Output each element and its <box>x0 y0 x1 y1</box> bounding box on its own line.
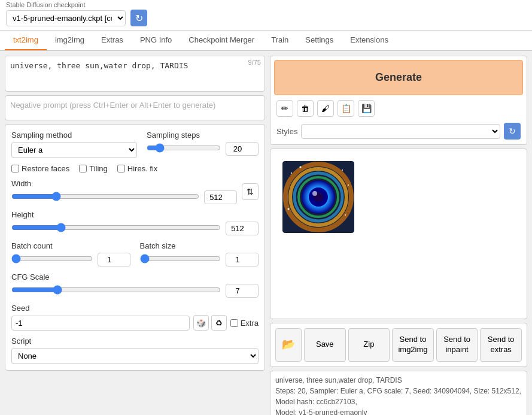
svg-point-10 <box>291 172 292 174</box>
paintbucket-icon-button[interactable]: 🖌 <box>317 100 334 117</box>
svg-point-12 <box>342 169 343 171</box>
seed-section: Seed 🎲 ♻ Extra <box>11 304 259 331</box>
generated-image <box>282 161 354 233</box>
image-info-params: Steps: 20, Sampler: Euler a, CFG scale: … <box>275 386 522 407</box>
svg-point-14 <box>288 208 290 210</box>
seed-input[interactable] <box>11 316 190 331</box>
image-info-model: Model: v1-5-pruned-emaonly <box>275 407 522 415</box>
top-bar: Stable Diffusion checkpoint v1-5-pruned-… <box>0 0 532 31</box>
generate-button[interactable]: Generate <box>274 60 523 95</box>
batch-count-slider[interactable] <box>11 254 93 263</box>
save-button[interactable]: Save <box>304 328 346 362</box>
generate-area: Generate ✏ 🗑 🖌 📋 💾 Styles ↻ <box>270 56 527 145</box>
sampling-method-select[interactable]: Euler a <box>11 142 137 158</box>
width-slider[interactable] <box>11 192 199 201</box>
open-folder-button[interactable]: 📂 <box>275 328 302 362</box>
prompt-box: 9/75 <box>5 56 265 92</box>
cfg-scale-slider[interactable] <box>11 285 221 295</box>
height-input[interactable] <box>226 222 259 235</box>
tab-bar: txt2img img2img Extras PNG Info Checkpoi… <box>0 31 532 51</box>
clipboard-icon-button[interactable]: 📋 <box>338 100 354 117</box>
cfg-scale-row: CFG Scale <box>11 272 259 298</box>
batch-size-input[interactable] <box>226 253 259 266</box>
negative-prompt-box[interactable]: Negative prompt (press Ctrl+Enter or Alt… <box>5 95 265 120</box>
styles-row: Styles ↻ <box>274 122 523 141</box>
tab-extensions[interactable]: Extensions <box>342 31 397 50</box>
negative-prompt-placeholder: Negative prompt (press Ctrl+Enter or Alt… <box>10 101 215 110</box>
svg-point-11 <box>300 166 302 168</box>
svg-point-13 <box>348 184 349 186</box>
height-row: Height <box>11 210 259 235</box>
script-section: Script None <box>11 337 259 364</box>
tiling-checkbox[interactable]: Tiling <box>79 164 108 173</box>
cfg-scale-input[interactable] <box>226 284 259 298</box>
image-output-area <box>270 149 527 319</box>
tab-checkpoint-merger[interactable]: Checkpoint Merger <box>180 31 263 50</box>
tab-extras[interactable]: Extras <box>93 31 132 50</box>
height-slider[interactable] <box>11 223 221 232</box>
sampling-steps-label: Sampling steps <box>147 131 259 140</box>
tab-settings[interactable]: Settings <box>297 31 342 50</box>
hires-fix-checkbox[interactable]: Hires. fix <box>117 164 158 173</box>
checkpoint-label: Stable Diffusion checkpoint <box>6 1 86 8</box>
svg-point-15 <box>345 214 346 216</box>
extra-checkbox[interactable]: Extra <box>230 319 259 328</box>
script-select[interactable]: None <box>11 348 259 364</box>
seed-label: Seed <box>11 304 259 313</box>
checkboxes-row: Restore faces Tiling Hires. fix <box>11 164 259 173</box>
image-info-prompt: universe, three sun,water drop, TARDIS <box>275 375 522 386</box>
bottom-buttons: 📂 Save Zip Send to img2img Send to inpai… <box>270 323 527 367</box>
send-to-extras-button[interactable]: Send to extras <box>480 328 522 362</box>
batch-size-slider[interactable] <box>140 254 221 263</box>
controls-section: Sampling method Euler a Sampling steps <box>5 124 265 371</box>
styles-select[interactable] <box>301 124 500 139</box>
zip-button[interactable]: Zip <box>348 328 390 362</box>
tab-txt2img[interactable]: txt2img <box>5 31 47 50</box>
styles-refresh-button[interactable]: ↻ <box>504 123 521 140</box>
height-label: Height <box>11 210 259 219</box>
batch-size-label: Batch size <box>140 241 259 250</box>
edit-icon-button[interactable]: ✏ <box>276 100 293 117</box>
sampling-steps-slider[interactable] <box>147 143 221 153</box>
checkpoint-select[interactable]: v1-5-pruned-emaonly.ckpt [cc6cb27103] <box>6 10 126 26</box>
prompt-input[interactable] <box>5 56 265 89</box>
restore-faces-checkbox[interactable]: Restore faces <box>11 164 69 173</box>
sampling-method-label: Sampling method <box>11 131 137 140</box>
width-input[interactable] <box>204 190 237 204</box>
image-info-box: universe, three sun,water drop, TARDIS S… <box>270 371 527 415</box>
batch-count-input[interactable] <box>98 253 130 266</box>
prompt-counter: 9/75 <box>248 59 261 66</box>
action-icons: ✏ 🗑 🖌 📋 💾 <box>274 99 523 118</box>
seed-recycle-button[interactable]: ♻ <box>211 315 227 331</box>
script-label: Script <box>11 337 259 346</box>
styles-label: Styles <box>276 127 297 136</box>
refresh-checkpoint-button[interactable]: ↻ <box>130 10 147 26</box>
svg-point-9 <box>312 191 317 196</box>
seed-dice-button[interactable]: 🎲 <box>193 315 209 331</box>
swap-dimensions-button[interactable]: ⇅ <box>242 183 259 200</box>
seed-icons: 🎲 ♻ <box>193 315 227 331</box>
batch-row: Batch count Batch size <box>11 241 259 266</box>
trash-icon-button[interactable]: 🗑 <box>297 100 314 117</box>
tab-img2img[interactable]: img2img <box>47 31 93 50</box>
save-icon-button[interactable]: 💾 <box>358 100 375 117</box>
width-row: Width ⇅ <box>11 179 259 204</box>
cfg-scale-label: CFG Scale <box>11 272 259 281</box>
send-to-inpaint-button[interactable]: Send to inpaint <box>436 328 478 362</box>
sampling-steps-input[interactable] <box>226 142 259 156</box>
tab-train[interactable]: Train <box>263 31 297 50</box>
batch-count-label: Batch count <box>11 241 130 250</box>
tab-png-info[interactable]: PNG Info <box>132 31 180 50</box>
send-to-img2img-button[interactable]: Send to img2img <box>392 328 434 362</box>
width-label: Width <box>11 179 237 188</box>
